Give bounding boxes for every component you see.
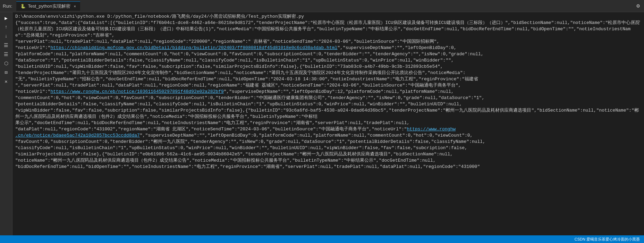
output-line: "noticeUrl":"https://www.ronghw.cn/eb/no… xyxy=(12,89,644,95)
output-text: {"success":true,"data":{"dataList":[{"bu… xyxy=(15,20,641,39)
play-button[interactable]: ▶ xyxy=(1,14,11,22)
active-tab[interactable]: 🐍 Test_python实现解密 × xyxy=(16,1,80,11)
tab-close-button[interactable]: × xyxy=(74,4,76,8)
scroll-down-button[interactable]: ↓ xyxy=(1,32,11,40)
python-icon: 🐍 xyxy=(20,4,26,9)
output-text: "potentialBidderDetails":false,"classify… xyxy=(15,101,641,107)
output-line: 果公示","docGetEndTime":null,"bidDocReferEn… xyxy=(12,120,644,126)
output-line: "favCount":0,"subscriptionCount":0,"tend… xyxy=(12,139,644,145)
clear-button[interactable]: ✕ xyxy=(1,78,11,85)
output-line: "noticeName":"郴州一九八医院药品及耗材供应商遴选项目（包件2）成交… xyxy=(12,157,644,164)
scroll-up-button[interactable]: ↑ xyxy=(1,23,11,31)
output-line: "dataPlat":null,"regionCode":"431002","r… xyxy=(12,126,644,132)
output-line: "bidDocReferEndTime":null,"bidOpenTime":… xyxy=(12,164,644,170)
output-line: "potentialBidderDetails":false,"classify… xyxy=(12,101,644,107)
status-text: CSDN 爱喝音乐茶爱心烤冷面的小黑墨 xyxy=(575,237,640,242)
menu-button-1[interactable]: ☰ xyxy=(1,41,11,49)
settings-icon[interactable]: ⚙ xyxy=(636,2,640,9)
notice-url-link-3[interactable]: https://www.ronghw xyxy=(407,127,456,132)
output-text: ","serverPlat":null,"tradePlat":null,"da… xyxy=(15,82,641,89)
output-text: "serverPlat":null,"tradePlat":null,"data… xyxy=(15,39,641,45)
output-line: "classifyCode":null,"isBulletinChain":"1… xyxy=(12,145,644,151)
output-text: "tenderProjectName":"莆田九十五医院及宁德院区2024年文化… xyxy=(15,70,641,76)
output-text: "dataPlat":null,"regionCode":"431002","r… xyxy=(15,126,641,132)
output-text: "commentCount":0,"hot":0,"viewCount":0,"… xyxy=(15,95,641,101)
notice-url-link-1[interactable]: https://chinabidding.mofcom.gov.cn/bidDe… xyxy=(50,45,337,50)
output-text: "vipWinBidder":false,"fav":false,"subcri… xyxy=(15,107,641,120)
status-bar: CSDN 爱喝音乐茶爱心烤冷面的小黑墨 xyxy=(0,235,644,243)
title-bar: Run: 🐍 Test_python实现解密 × ⚙ xyxy=(0,0,644,12)
output-text: .cn/eb/notice/bdaee5ac742a10d2857bcc53cc… xyxy=(15,132,641,139)
print-button[interactable]: ⊟ xyxy=(1,68,11,76)
output-line: "tenderProjectName":"莆田九十五医院及宁德院区2024年文化… xyxy=(12,70,644,76)
output-text: "bidDocReferEndTime":null,"bidOpenTime":… xyxy=(15,164,641,170)
notice-url-link-3b[interactable]: .cn/eb/notice/bdaee5ac742a10d2857bcc53cc… xyxy=(15,133,140,138)
output-line: "vipWinBidder":false,"fav":false,"subcri… xyxy=(12,107,644,120)
output-text: "无","bulletinTypeName":"招标公告","docGetEnd… xyxy=(15,76,641,82)
output-text: "classifyCode":null,"isBulletinChain":"1… xyxy=(15,145,641,151)
output-text: "dataSource":"1","potentialBidderDetails… xyxy=(15,57,641,64)
tab-label: Test_python实现解密 xyxy=(28,3,70,9)
output-text: "similarProjectsBidInfo":false},{"bullet… xyxy=(15,151,641,157)
output-line: ","serverPlat":null,"tradePlat":null,"da… xyxy=(12,82,644,89)
output-line: "commentCount":0,"hot":0,"viewCount":0,"… xyxy=(12,95,644,101)
output-line: D:\Anaconda\envs\xizhi\python.exe D:/pyt… xyxy=(12,14,644,20)
output-text: "favCount":0,"subscriptionCount":0,"tend… xyxy=(15,139,641,145)
menu-button-2[interactable]: ☰ xyxy=(1,50,11,58)
run-label: Run: xyxy=(3,3,12,9)
output-text: "platformCode":null,"platformName":null,… xyxy=(15,51,641,57)
main-container: ▶ ↑ ↓ ☰ ☰ ⬡ ⊟ ✕ D:\Anaconda\envs\xizhi\p… xyxy=(0,12,644,243)
output-line: "similarProjectsBidInfo":false},{"bullet… xyxy=(12,151,644,157)
output-text: "noticeName":"郴州一九八医院药品及耗材供应商遴选项目（包件2）成交… xyxy=(15,157,641,164)
output-line: "noticeUrl":"https://chinabidding.mofcom… xyxy=(12,45,644,51)
output-text: "noticeUrl":"https://www.ronghw.cn/eb/no… xyxy=(15,89,641,95)
output-text: "bulletinUUID":null,"vipWinBidder":false… xyxy=(15,64,641,70)
filter-button[interactable]: ⬡ xyxy=(1,59,11,67)
notice-url-link-2[interactable]: https://www.ronghw.cn/eb/notice/10361164… xyxy=(50,89,223,94)
output-content[interactable]: D:\Anaconda\envs\xizhi\python.exe D:/pyt… xyxy=(12,12,644,243)
left-toolbar: ▶ ↑ ↓ ☰ ☰ ⬡ ⊟ ✕ xyxy=(0,12,12,243)
output-line: "serverPlat":null,"tradePlat":null,"data… xyxy=(12,39,644,45)
output-text: D:\Anaconda\envs\xizhi\python.exe D:/pyt… xyxy=(15,14,641,20)
output-line: {"success":true,"data":{"dataList":[{"bu… xyxy=(12,20,644,39)
output-line: .cn/eb/notice/bdaee5ac742a10d2857bcc53cc… xyxy=(12,132,644,139)
output-line: "无","bulletinTypeName":"招标公告","docGetEnd… xyxy=(12,76,644,82)
output-text: "noticeUrl":"https://chinabidding.mofcom… xyxy=(15,45,641,51)
output-line: "dataSource":"1","potentialBidderDetails… xyxy=(12,57,644,64)
output-text: 果公示","docGetEndTime":null,"bidDocReferEn… xyxy=(15,120,641,126)
output-line: "platformCode":null,"platformName":null,… xyxy=(12,51,644,57)
output-line: "bulletinUUID":null,"vipWinBidder":false… xyxy=(12,64,644,70)
